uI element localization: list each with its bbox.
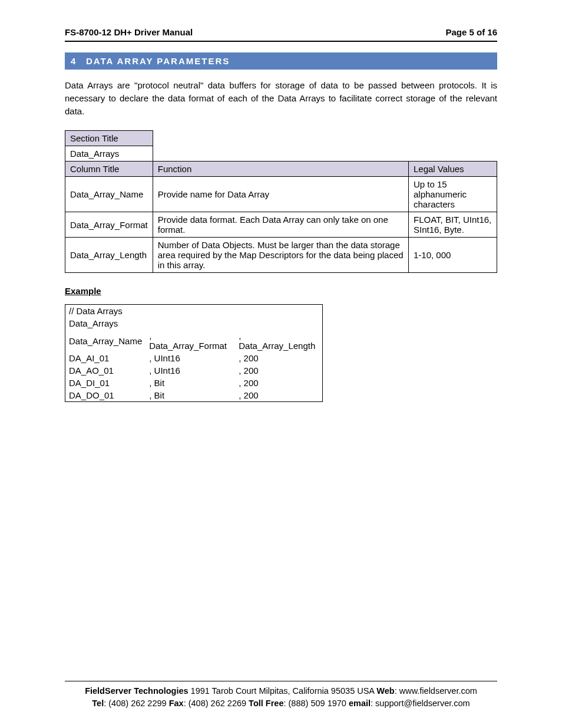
section-title-label: Section Title	[65, 131, 153, 146]
param-name: Data_Array_Name	[65, 177, 153, 212]
table-row: DA_DO_01 , Bit , 200	[65, 389, 323, 402]
empty-cell	[153, 146, 408, 162]
param-legal: Up to 15 alphanumeric characters	[409, 177, 497, 212]
footer-tel-label: Tel	[92, 699, 104, 708]
example-cell: , Data_Array_Length	[235, 330, 322, 352]
example-cell: // Data Arrays	[65, 305, 146, 318]
example-cell	[146, 305, 235, 318]
footer-line-1: FieldServer Technologies 1991 Tarob Cour…	[65, 685, 497, 697]
example-cell	[235, 305, 322, 318]
param-function: Number of Data Objects. Must be larger t…	[153, 238, 408, 273]
footer-tollfree-label: Toll Free	[249, 699, 283, 708]
empty-cell	[409, 146, 497, 162]
footer-web-label: Web	[376, 686, 394, 696]
table-row: // Data Arrays	[65, 305, 323, 318]
param-legal: 1-10, 000	[409, 238, 497, 273]
example-cell: Data_Arrays	[65, 317, 146, 330]
example-cell: , Data_Array_Format	[146, 330, 235, 352]
function-header: Function	[153, 162, 408, 177]
example-cell: , 200	[235, 377, 322, 389]
param-name: Data_Array_Format	[65, 212, 153, 238]
footer-tel: : (408) 262 2299	[104, 699, 168, 708]
footer-tollfree: : (888) 509 1970	[283, 699, 348, 708]
empty-cell	[153, 131, 408, 146]
footer-fax-label: Fax	[169, 699, 184, 708]
example-cell	[146, 317, 235, 330]
section-number: 4	[71, 56, 82, 66]
table-row: DA_AI_01 , UInt16 , 200	[65, 352, 323, 364]
footer-line-2: Tel: (408) 262 2299 Fax: (408) 262 2269 …	[65, 697, 497, 709]
footer-email: : support@fieldserver.com	[371, 699, 470, 708]
example-cell: , 200	[235, 389, 322, 402]
table-row: Data_Array_Length Number of Data Objects…	[65, 238, 497, 273]
example-cell: DA_AI_01	[65, 352, 146, 364]
intro-paragraph: Data Arrays are "protocol neutral" data …	[65, 79, 497, 117]
legal-header: Legal Values	[409, 162, 497, 177]
footer-address: 1991 Tarob Court Milpitas, California 95…	[189, 686, 377, 696]
param-name: Data_Array_Length	[65, 238, 153, 273]
section-title: DATA ARRAY PARAMETERS	[86, 56, 230, 66]
empty-cell	[409, 131, 497, 146]
param-function: Provide name for Data Array	[153, 177, 408, 212]
footer-company: FieldServer Technologies	[85, 686, 188, 696]
example-label: Example	[65, 286, 497, 296]
example-cell: , Bit	[146, 389, 235, 402]
example-cell: , 200	[235, 364, 322, 377]
example-cell: , UInt16	[146, 364, 235, 377]
table-row: Data_Array_Name , Data_Array_Format , Da…	[65, 330, 323, 352]
table-row: Data_Array_Name Provide name for Data Ar…	[65, 177, 497, 212]
example-table: // Data Arrays Data_Arrays Data_Array_Na…	[65, 304, 323, 402]
table-row: DA_DI_01 , Bit , 200	[65, 377, 323, 389]
param-legal: FLOAT, BIT, UInt16, SInt16, Byte.	[409, 212, 497, 238]
page: FS-8700-12 DH+ Driver Manual Page 5 of 1…	[0, 0, 562, 728]
example-cell: Data_Array_Name	[65, 330, 146, 352]
section-heading: 4 DATA ARRAY PARAMETERS	[65, 52, 497, 70]
example-cell: DA_AO_01	[65, 364, 146, 377]
example-cell: , Bit	[146, 377, 235, 389]
footer-web: : www.fieldserver.com	[395, 686, 477, 696]
table-row: Data_Array_Format Provide data format. E…	[65, 212, 497, 238]
column-title-label: Column Title	[65, 162, 153, 177]
footer-fax: : (408) 262 2269	[184, 699, 249, 708]
example-cell: DA_DO_01	[65, 389, 146, 402]
example-cell	[235, 317, 322, 330]
footer-rule	[65, 681, 497, 681]
example-cell: , 200	[235, 352, 322, 364]
page-header: FS-8700-12 DH+ Driver Manual Page 5 of 1…	[65, 27, 497, 42]
footer-email-label: email	[349, 699, 371, 708]
table-row: Data_Arrays	[65, 317, 323, 330]
page-footer: FieldServer Technologies 1991 Tarob Cour…	[65, 681, 497, 709]
example-cell: , UInt16	[146, 352, 235, 364]
table-row: DA_AO_01 , UInt16 , 200	[65, 364, 323, 377]
page-number: Page 5 of 16	[445, 27, 497, 37]
doc-title: FS-8700-12 DH+ Driver Manual	[65, 27, 193, 37]
parameters-table: Section Title Data_Arrays Column Title F…	[65, 130, 497, 273]
param-function: Provide data format. Each Data Array can…	[153, 212, 408, 238]
section-title-value: Data_Arrays	[65, 146, 153, 162]
example-cell: DA_DI_01	[65, 377, 146, 389]
